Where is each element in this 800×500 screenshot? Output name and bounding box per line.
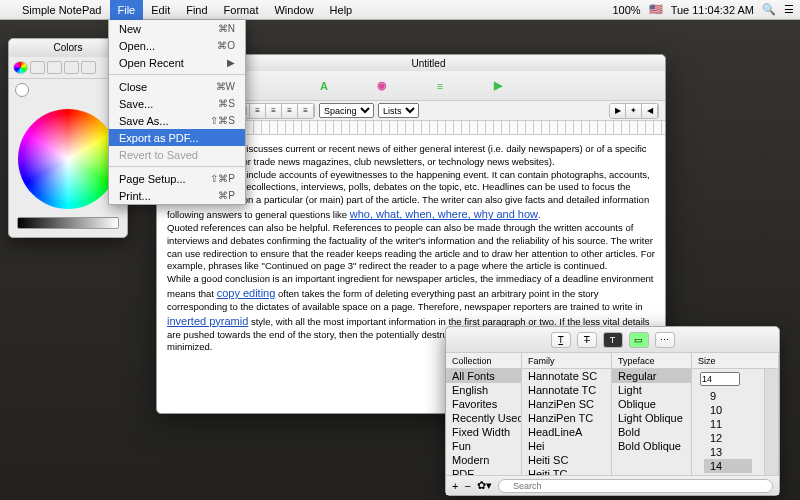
- hdr-collection[interactable]: Collection: [446, 353, 522, 368]
- system-menubar: Simple NotePad File Edit Find Format Win…: [0, 0, 800, 20]
- toolbar-btn-3[interactable]: ▶: [489, 77, 507, 95]
- document-title: Untitled: [198, 58, 659, 69]
- list-item[interactable]: Fixed Width: [446, 425, 521, 439]
- spotlight-icon[interactable]: 🔍: [762, 3, 776, 16]
- color-wheel[interactable]: [18, 109, 118, 209]
- list-item[interactable]: Bold: [612, 425, 691, 439]
- menu-item-print-[interactable]: Print...⌘P: [109, 187, 245, 204]
- list-item[interactable]: Light Oblique: [612, 411, 691, 425]
- color-search-icon[interactable]: [15, 83, 29, 97]
- family-list[interactable]: Hannotate SCHannotate TCHanziPen SCHanzi…: [522, 369, 612, 475]
- color-sliders-tab[interactable]: [30, 61, 45, 74]
- hdr-family[interactable]: Family: [522, 353, 612, 368]
- menu-item-save-[interactable]: Save...⌘S: [109, 95, 245, 112]
- menu-item-new[interactable]: New⌘N: [109, 20, 245, 37]
- list-item[interactable]: Heiti TC: [522, 467, 611, 475]
- menu-file[interactable]: File: [110, 0, 144, 20]
- notifications-icon[interactable]: ☰: [784, 3, 794, 16]
- list-item[interactable]: 11: [704, 417, 752, 431]
- menu-find[interactable]: Find: [178, 0, 215, 20]
- list-item[interactable]: Heiti SC: [522, 453, 611, 467]
- list-item[interactable]: English: [446, 383, 521, 397]
- menu-item-close[interactable]: Close⌘W: [109, 78, 245, 95]
- spacing-select[interactable]: Spacing: [319, 103, 374, 118]
- more-button[interactable]: ⋯: [655, 332, 675, 348]
- list-item[interactable]: Favorites: [446, 397, 521, 411]
- list-item[interactable]: HanziPen SC: [522, 397, 611, 411]
- app-name[interactable]: Simple NotePad: [14, 0, 110, 20]
- fonts-panel[interactable]: T̲ T̶ T ▭ ⋯ Collection Family Typeface S…: [445, 326, 780, 496]
- menu-window[interactable]: Window: [266, 0, 321, 20]
- list-item[interactable]: Recently Used: [446, 411, 521, 425]
- typeface-list[interactable]: RegularLightObliqueLight ObliqueBoldBold…: [612, 369, 692, 475]
- size-column: 910111213141824: [692, 369, 779, 475]
- strikethrough-button[interactable]: T̶: [577, 332, 597, 348]
- list-item[interactable]: All Fonts: [446, 369, 521, 383]
- action-menu-button[interactable]: ✿▾: [477, 479, 492, 492]
- list-item[interactable]: 13: [704, 445, 752, 459]
- list-item[interactable]: Fun: [446, 439, 521, 453]
- list-item[interactable]: Hannotate TC: [522, 383, 611, 397]
- menu-help[interactable]: Help: [322, 0, 361, 20]
- list-item[interactable]: Modern: [446, 453, 521, 467]
- nav-segment[interactable]: ▶✦◀: [609, 103, 659, 119]
- menu-item-open-[interactable]: Open...⌘O: [109, 37, 245, 54]
- brightness-slider[interactable]: [17, 217, 119, 229]
- size-slider[interactable]: [764, 369, 778, 475]
- menu-item-page-setup-[interactable]: Page Setup...⇧⌘P: [109, 170, 245, 187]
- hdr-size[interactable]: Size: [692, 353, 779, 368]
- list-item[interactable]: HeadLineA: [522, 425, 611, 439]
- flag-icon[interactable]: 🇺🇸: [649, 3, 663, 16]
- menu-edit[interactable]: Edit: [143, 0, 178, 20]
- list-item[interactable]: Hannotate SC: [522, 369, 611, 383]
- hdr-typeface[interactable]: Typeface: [612, 353, 692, 368]
- size-input[interactable]: [700, 372, 740, 386]
- clock[interactable]: Tue 11:04:32 AM: [671, 4, 754, 16]
- color-image-tab[interactable]: [64, 61, 79, 74]
- list-item[interactable]: 12: [704, 431, 752, 445]
- menu-item-open-recent[interactable]: Open Recent▶: [109, 54, 245, 71]
- list-item[interactable]: 9: [704, 389, 752, 403]
- battery-indicator[interactable]: 100%: [612, 4, 640, 16]
- color-crayons-tab[interactable]: [81, 61, 96, 74]
- list-item[interactable]: Hei: [522, 439, 611, 453]
- lists-select[interactable]: Lists: [378, 103, 419, 118]
- file-menu-dropdown: New⌘NOpen...⌘OOpen Recent▶Close⌘WSave...…: [108, 20, 246, 205]
- bg-color-button[interactable]: ▭: [629, 332, 649, 348]
- remove-collection-button[interactable]: −: [464, 480, 470, 492]
- toolbar-btn-0[interactable]: A: [315, 77, 333, 95]
- menu-item-export-as-pdf-[interactable]: Export as PDF...: [109, 129, 245, 146]
- color-wheel-tab[interactable]: [13, 61, 28, 74]
- menu-item-save-as-[interactable]: Save As...⇧⌘S: [109, 112, 245, 129]
- list-item[interactable]: Regular: [612, 369, 691, 383]
- text-color-button[interactable]: T: [603, 332, 623, 348]
- list-item[interactable]: 14: [704, 459, 752, 473]
- list-item[interactable]: Oblique: [612, 397, 691, 411]
- list-item[interactable]: Bold Oblique: [612, 439, 691, 453]
- toolbar-btn-2[interactable]: ≡: [431, 77, 449, 95]
- list-item[interactable]: Light: [612, 383, 691, 397]
- fonts-bottom-bar: + − ✿▾: [446, 475, 779, 495]
- list-item[interactable]: PDF: [446, 467, 521, 475]
- list-item[interactable]: 10: [704, 403, 752, 417]
- font-search-input[interactable]: [498, 479, 773, 493]
- fonts-toolbar: T̲ T̶ T ▭ ⋯: [446, 327, 779, 353]
- menubar-status: 100% 🇺🇸 Tue 11:04:32 AM 🔍 ☰: [612, 3, 794, 16]
- add-collection-button[interactable]: +: [452, 480, 458, 492]
- color-palettes-tab[interactable]: [47, 61, 62, 74]
- menu-format[interactable]: Format: [216, 0, 267, 20]
- list-item[interactable]: HanziPen TC: [522, 411, 611, 425]
- toolbar-btn-1[interactable]: ◉: [373, 77, 391, 95]
- menu-item-revert-to-saved: Revert to Saved: [109, 146, 245, 163]
- collection-list[interactable]: All FontsEnglishFavoritesRecently UsedFi…: [446, 369, 522, 475]
- fonts-headers: Collection Family Typeface Size: [446, 353, 779, 369]
- underline-button[interactable]: T̲: [551, 332, 571, 348]
